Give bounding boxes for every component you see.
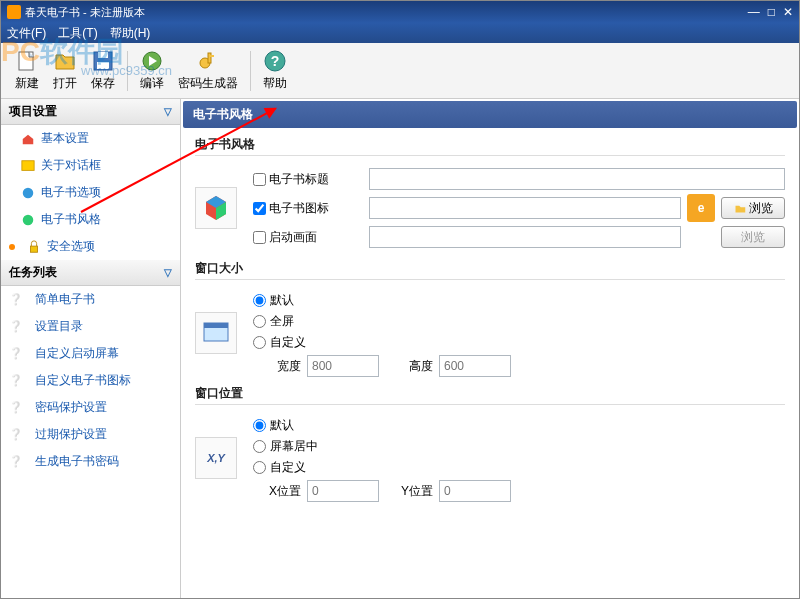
task-simple[interactable]: ❔简单电子书	[1, 286, 180, 313]
x-input[interactable]	[307, 480, 379, 502]
browse-splash-button: 浏览	[721, 226, 785, 248]
pwdgen-button[interactable]: 密码生成器	[172, 47, 244, 94]
task-list-header[interactable]: 任务列表▽	[1, 260, 180, 286]
section-pos-title: 窗口位置	[195, 385, 785, 405]
e-icon: e	[687, 194, 715, 222]
collapse-icon: ▽	[164, 106, 172, 117]
toolbar: PC软件园 www.pc9359.cn 新建 打开 保存 编译 密码生成器 ?帮…	[1, 43, 799, 99]
x-label: X位置	[253, 483, 301, 500]
separator	[250, 51, 251, 91]
svg-rect-3	[97, 62, 109, 69]
task-expire[interactable]: ❔过期保护设置	[1, 421, 180, 448]
section-style-title: 电子书风格	[195, 136, 785, 156]
radio-size-full[interactable]	[253, 315, 266, 328]
width-input[interactable]	[307, 355, 379, 377]
title-input[interactable]	[369, 168, 785, 190]
sidebar: 项目设置▽ 基本设置 关于对话框 电子书选项 电子书风格 安全选项 任务列表▽ …	[1, 99, 181, 598]
radio-pos-custom[interactable]	[253, 461, 266, 474]
checkbox-splash[interactable]: 启动画面	[253, 229, 363, 246]
svg-point-11	[23, 187, 34, 198]
menubar: 文件(F) 工具(T) 帮助(H)	[1, 23, 799, 43]
svg-rect-15	[204, 323, 228, 328]
main-panel: 电子书风格 电子书风格 电子书标题 电子书图标 e 浏览	[181, 99, 799, 598]
pos-section-icon: X,Y	[195, 437, 237, 479]
y-input[interactable]	[439, 480, 511, 502]
svg-rect-2	[98, 52, 108, 58]
collapse-icon: ▽	[164, 267, 172, 278]
sidebar-item-security[interactable]: 安全选项	[1, 233, 180, 260]
help-icon: ❔	[9, 374, 23, 387]
checkbox-title[interactable]: 电子书标题	[253, 171, 363, 188]
task-icon[interactable]: ❔自定义电子书图标	[1, 367, 180, 394]
minimize-button[interactable]: —	[748, 5, 760, 19]
task-toc[interactable]: ❔设置目录	[1, 313, 180, 340]
close-button[interactable]: ✕	[783, 5, 793, 19]
svg-rect-13	[31, 246, 38, 252]
open-button[interactable]: 打开	[47, 47, 83, 94]
task-splash[interactable]: ❔自定义启动屏幕	[1, 340, 180, 367]
app-icon	[7, 5, 21, 19]
separator	[127, 51, 128, 91]
save-button[interactable]: 保存	[85, 47, 121, 94]
svg-point-12	[23, 214, 34, 225]
browse-icon-button[interactable]: 浏览	[721, 197, 785, 219]
svg-text:?: ?	[271, 53, 280, 69]
help-icon: ❔	[9, 428, 23, 441]
splash-input[interactable]	[369, 226, 681, 248]
menu-help[interactable]: 帮助(H)	[110, 25, 151, 42]
section-size-title: 窗口大小	[195, 260, 785, 280]
proj-settings-header[interactable]: 项目设置▽	[1, 99, 180, 125]
width-label: 宽度	[253, 358, 301, 375]
height-label: 高度	[385, 358, 433, 375]
help-button[interactable]: ?帮助	[257, 47, 293, 94]
window-title: 春天电子书 - 未注册版本	[25, 5, 145, 20]
sidebar-item-style[interactable]: 电子书风格	[1, 206, 180, 233]
task-pwd[interactable]: ❔密码保护设置	[1, 394, 180, 421]
checkbox-splash-input[interactable]	[253, 231, 266, 244]
task-genpwd[interactable]: ❔生成电子书密码	[1, 448, 180, 475]
svg-rect-6	[208, 53, 211, 63]
compile-button[interactable]: 编译	[134, 47, 170, 94]
help-icon: ❔	[9, 401, 23, 414]
checkbox-icon-input[interactable]	[253, 202, 266, 215]
size-section-icon	[195, 312, 237, 354]
y-label: Y位置	[385, 483, 433, 500]
radio-pos-default[interactable]	[253, 419, 266, 432]
radio-size-default[interactable]	[253, 294, 266, 307]
menu-file[interactable]: 文件(F)	[7, 25, 46, 42]
radio-pos-center[interactable]	[253, 440, 266, 453]
main-header: 电子书风格	[183, 101, 797, 128]
help-icon: ❔	[9, 347, 23, 360]
checkbox-icon[interactable]: 电子书图标	[253, 200, 363, 217]
sidebar-item-options[interactable]: 电子书选项	[1, 179, 180, 206]
bullet-icon	[9, 244, 15, 250]
height-input[interactable]	[439, 355, 511, 377]
new-button[interactable]: 新建	[9, 47, 45, 94]
icon-input[interactable]	[369, 197, 681, 219]
style-section-icon	[195, 187, 237, 229]
radio-size-custom[interactable]	[253, 336, 266, 349]
titlebar: 春天电子书 - 未注册版本 — □ ✕	[1, 1, 799, 23]
help-icon: ❔	[9, 320, 23, 333]
svg-rect-10	[22, 160, 34, 170]
maximize-button[interactable]: □	[768, 5, 775, 19]
menu-tool[interactable]: 工具(T)	[58, 25, 97, 42]
help-icon: ❔	[9, 455, 23, 468]
help-icon: ❔	[9, 293, 23, 306]
checkbox-title-input[interactable]	[253, 173, 266, 186]
sidebar-item-basic[interactable]: 基本设置	[1, 125, 180, 152]
svg-rect-7	[210, 55, 214, 57]
sidebar-item-about[interactable]: 关于对话框	[1, 152, 180, 179]
